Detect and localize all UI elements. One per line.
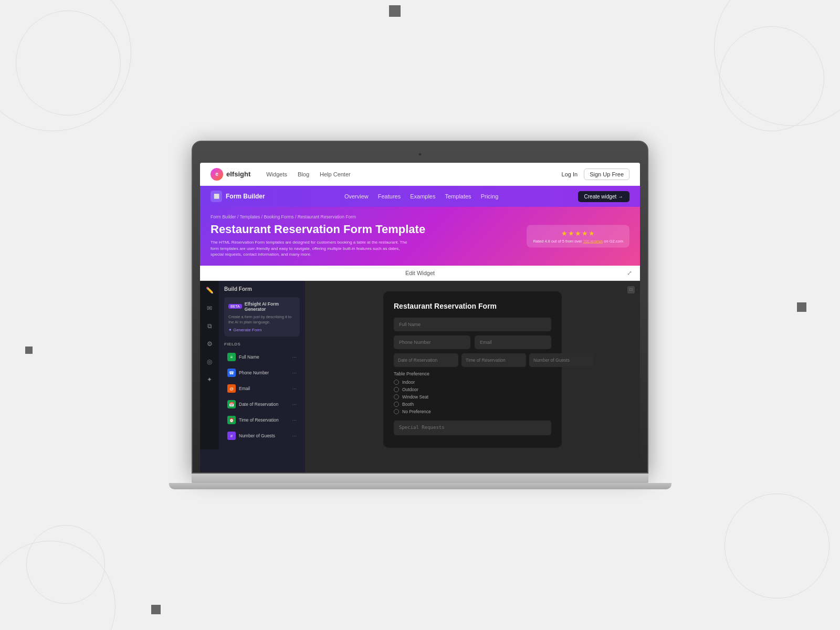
field-email[interactable]: @ Email ··· [224, 381, 300, 396]
field-more-phone[interactable]: ··· [292, 370, 297, 376]
radio-circle-no-pref[interactable] [394, 409, 399, 414]
hero-section: Form Builder / Templates / Booking Forms… [200, 207, 640, 266]
radio-window: Window Seat [394, 394, 551, 400]
radio-label-window: Window Seat [402, 394, 428, 400]
preview-area: □ Restaurant Reservation Form [305, 281, 640, 472]
time-input[interactable] [461, 353, 526, 367]
sub-nav: ⬜ Form Builder Overview Features Example… [200, 186, 640, 207]
top-nav-right: Log In Sign Up Free [562, 169, 629, 180]
signup-button[interactable]: Sign Up Free [584, 169, 629, 180]
sub-nav-templates[interactable]: Templates [445, 193, 471, 200]
nav-widgets[interactable]: Widgets [266, 171, 287, 177]
guests-input[interactable] [529, 353, 594, 367]
breadcrumb: Form Builder / Templates / Booking Forms… [211, 214, 629, 219]
field-date[interactable]: 📅 Date of Reservation ··· [224, 397, 300, 412]
radio-outdoor: Outdoor [394, 387, 551, 392]
logo-area: e elfsight [211, 168, 250, 181]
rating-stars: ★★★★★ [533, 229, 623, 237]
form-widget-title: Restaurant Reservation Form [394, 302, 551, 310]
nav-blog[interactable]: Blog [298, 171, 309, 177]
mail-icon[interactable]: ✉ [204, 303, 215, 313]
website-content: e elfsight Widgets Blog Help Center Log … [200, 163, 640, 472]
radio-circle-window[interactable] [394, 394, 399, 400]
panel-icon-strip: ✏️ ✉ ⧉ ⚙ ◎ ✦ [200, 281, 219, 450]
radio-indoor: Indoor [394, 380, 551, 385]
layers-icon[interactable]: ⧉ [204, 321, 215, 331]
field-icon-fullname: ≡ [227, 353, 236, 361]
laptop: e elfsight Widgets Blog Help Center Log … [192, 141, 648, 489]
nav-help[interactable]: Help Center [320, 171, 351, 177]
ai-badge: BETA [228, 304, 242, 309]
ai-description: Create a form just by describing it to t… [228, 314, 296, 325]
field-icon-date: 📅 [227, 400, 236, 408]
settings-icon[interactable]: ⚙ [204, 339, 215, 349]
radio-no-pref: No Preference [394, 409, 551, 414]
gear-icon[interactable]: ◎ [204, 356, 215, 367]
email-input[interactable] [475, 335, 551, 349]
login-button[interactable]: Log In [562, 171, 578, 177]
field-name-phone: Phone Number [239, 370, 269, 375]
field-guests[interactable]: # Number of Guests ··· [224, 428, 300, 443]
panel-content: Build Form BETA Elfsight AI Form Generat… [219, 281, 305, 450]
edit-widget-title: Edit Widget [405, 270, 435, 276]
top-nav-links: Widgets Blog Help Center [266, 171, 561, 177]
radio-label-outdoor: Outdoor [402, 387, 418, 392]
sub-nav-features[interactable]: Features [378, 193, 401, 200]
edit-widget-container: Edit Widget ⤢ ✏️ ✉ [200, 266, 640, 472]
field-item-left: 📅 Date of Reservation [227, 400, 278, 408]
form-widget: Restaurant Reservation Form [383, 291, 562, 448]
expand-button[interactable]: ⤢ [625, 269, 634, 277]
form-builder-icon: ⬜ [211, 191, 222, 202]
ai-card-header: BETA Elfsight AI Form Generator [228, 301, 296, 312]
ai-name: Elfsight AI Form Generator [245, 301, 296, 312]
field-item-left: # Number of Guests [227, 432, 275, 440]
edit-widget-controls: ⤢ [625, 269, 634, 277]
build-form-label: Build Form [224, 286, 300, 292]
field-icon-email: @ [227, 384, 236, 393]
sub-nav-overview[interactable]: Overview [344, 193, 369, 200]
edit-widget-body: ✏️ ✉ ⧉ ⚙ ◎ ✦ Build Form [200, 281, 640, 472]
sub-nav-pricing[interactable]: Pricing [481, 193, 499, 200]
field-more-time[interactable]: ··· [292, 417, 297, 423]
create-widget-button[interactable]: Create widget → [578, 191, 629, 202]
date-time-guests-row [394, 353, 551, 367]
special-requests-input[interactable] [394, 421, 551, 435]
edit-icon[interactable]: ✏️ [204, 285, 215, 296]
field-phone[interactable]: ☎ Phone Number ··· [224, 365, 300, 380]
phone-input[interactable] [394, 335, 470, 349]
field-more-guests[interactable]: ··· [292, 433, 297, 439]
sub-nav-logo: ⬜ Form Builder [211, 191, 265, 202]
field-icon-time: ⏰ [227, 416, 236, 424]
field-name-time: Time of Reservation [239, 417, 279, 423]
field-more-fullname[interactable]: ··· [292, 354, 297, 360]
full-name-input[interactable] [394, 318, 551, 331]
field-item-left: ≡ Full Name [227, 353, 259, 361]
star-icon[interactable]: ✦ [204, 374, 215, 385]
field-more-date[interactable]: ··· [292, 402, 297, 407]
table-preference-label: Table Preference [394, 371, 551, 376]
field-item-left: ☎ Phone Number [227, 369, 269, 377]
date-input[interactable] [394, 353, 458, 367]
radio-circle-outdoor[interactable] [394, 387, 399, 392]
radio-label-no-pref: No Preference [402, 409, 431, 414]
radio-circle-indoor[interactable] [394, 380, 399, 385]
mini-controls: □ [627, 286, 635, 293]
laptop-screen-shell: e elfsight Widgets Blog Help Center Log … [192, 141, 648, 474]
radio-label-booth: Booth [402, 402, 414, 407]
sub-nav-examples[interactable]: Examples [410, 193, 435, 200]
mini-ctrl-square[interactable]: □ [627, 286, 635, 293]
radio-circle-booth[interactable] [394, 402, 399, 407]
logo-text: elfsight [226, 170, 250, 178]
ai-card: BETA Elfsight AI Form Generator Create a… [224, 297, 300, 337]
radio-booth: Booth [394, 402, 551, 407]
generate-form-button[interactable]: ✦ Generate Form [228, 328, 261, 332]
field-time[interactable]: ⏰ Time of Reservation ··· [224, 413, 300, 427]
field-more-email[interactable]: ··· [292, 386, 297, 392]
field-full-name[interactable]: ≡ Full Name ··· [224, 350, 300, 364]
rating-link[interactable]: 700 reviews [583, 239, 603, 243]
field-icon-phone: ☎ [227, 369, 236, 377]
camera-bar [200, 149, 640, 160]
laptop-screen: e elfsight Widgets Blog Help Center Log … [200, 163, 640, 472]
field-icon-guests: # [227, 432, 236, 440]
field-name-date: Date of Reservation [239, 402, 278, 407]
